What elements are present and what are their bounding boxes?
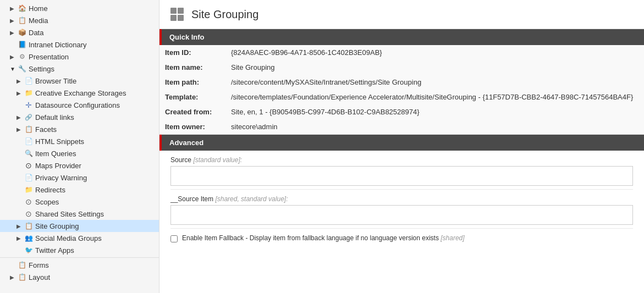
fallback-label-text: Enable Item Fallback - Display item from… (182, 234, 439, 242)
value-item-name: Site Grouping (225, 60, 644, 75)
maps-provider-icon: ⊙ (24, 161, 33, 170)
source-hint: [standard value]: (193, 156, 242, 164)
sidebar-item-shared-sites[interactable]: ▶ ⊙ Shared Sites Settings (0, 208, 159, 220)
svg-rect-2 (170, 15, 177, 21)
sidebar-item-redirects[interactable]: ▶ 📁 Redirects (0, 184, 159, 196)
sidebar-item-social-media[interactable]: ▶ 👥 Social Media Groups (0, 232, 159, 244)
sidebar-item-site-grouping[interactable]: ▶ 📋 Site Grouping (0, 220, 159, 232)
page-header: Site Grouping (159, 0, 644, 29)
svg-rect-1 (178, 8, 184, 14)
value-item-path: /sitecore/content/MySXASite/Intranet/Set… (225, 75, 644, 90)
creative-icon: 📁 (24, 89, 33, 97)
sidebar-item-default-links[interactable]: ▶ 🔗 Default links (0, 111, 159, 123)
html-snippets-icon: 📄 (24, 137, 33, 146)
presentation-icon: ⚙ (18, 52, 26, 61)
arrow-media: ▶ (10, 18, 16, 24)
arrow-home: ▶ (10, 5, 16, 12)
arrow-creative: ▶ (16, 90, 23, 96)
svg-rect-0 (170, 8, 177, 14)
sidebar-label-redirects: Redirects (35, 186, 65, 194)
home-icon: 🏠 (18, 4, 26, 13)
sidebar-label-creative-exchange: Creative Exchange Storages (35, 89, 126, 97)
media-icon: 📋 (18, 16, 26, 25)
source-item-hint: [shared, standard value]: (215, 195, 288, 203)
sidebar-item-item-queries[interactable]: ▶ 🔍 Item Queries (0, 147, 159, 159)
sidebar-label-shared-sites: Shared Sites Settings (35, 210, 104, 218)
arrow-settings: ▼ (10, 66, 16, 72)
arrow-default-links: ▶ (16, 114, 23, 120)
info-row-created-from: Created from: Site, en, 1 - {B90549B5-C9… (159, 104, 644, 119)
sidebar-item-settings[interactable]: ▼ 🔧 Settings (0, 63, 159, 75)
info-row-item-path: Item path: /sitecore/content/MySXASite/I… (159, 75, 644, 90)
main-content: Site Grouping Quick Info Item ID: {824A8… (159, 0, 644, 293)
quick-info-header: Quick Info (159, 29, 644, 45)
sidebar-label-scopes: Scopes (35, 198, 59, 206)
sidebar-item-maps-provider[interactable]: ▶ ⊙ Maps Provider (0, 159, 159, 172)
fallback-hint-text: [shared] (441, 234, 464, 242)
sidebar-item-privacy-warning[interactable]: ▶ 📄 Privacy Warning (0, 172, 159, 184)
label-template: Template: (159, 90, 225, 104)
sidebar-item-media[interactable]: ▶ 📋 Media (0, 14, 159, 26)
sidebar-item-forms[interactable]: ▶ 📋 Forms (0, 259, 159, 271)
page-title: Site Grouping (191, 8, 258, 21)
source-field-group: Source [standard value]: (159, 151, 644, 189)
value-template: /sitecore/templates/Foundation/Experienc… (225, 90, 644, 104)
arrow-presentation: ▶ (10, 54, 16, 60)
label-created-from: Created from: (159, 104, 225, 119)
source-item-input[interactable] (170, 205, 633, 225)
sidebar-item-browser-title[interactable]: ▶ 📄 Browser Title (0, 75, 159, 87)
value-item-owner: sitecore\admin (225, 119, 644, 134)
sidebar-label-home: Home (29, 4, 48, 13)
sidebar-item-presentation[interactable]: ▶ ⚙ Presentation (0, 51, 159, 63)
source-item-label: __Source Item [shared, standard value]: (170, 195, 633, 203)
sidebar-item-facets[interactable]: ▶ 📋 Facets (0, 123, 159, 135)
value-item-id: {824A8AEC-9B96-4A71-8506-1C402B3E09AB} (225, 45, 644, 60)
label-item-name: Item name: (159, 60, 225, 75)
sidebar-label-data: Data (29, 29, 43, 37)
sidebar-item-home[interactable]: ▶ 🏠 Home (0, 2, 159, 14)
advanced-section: Advanced Source [standard value]: __Sour… (159, 135, 644, 248)
twitter-apps-icon: 🐦 (24, 246, 33, 255)
arrow-browser-title: ▶ (16, 78, 23, 84)
layout-icon: 📋 (18, 273, 26, 281)
arrow-layout: ▶ (10, 274, 16, 280)
info-row-template: Template: /sitecore/templates/Foundation… (159, 90, 644, 104)
sidebar-item-scopes[interactable]: ▶ ⊙ Scopes (0, 196, 159, 208)
source-label-text: Source (170, 156, 191, 164)
dict-icon: 📘 (18, 40, 26, 49)
label-item-id: Item ID: (159, 45, 225, 60)
data-icon: 📦 (18, 28, 26, 37)
sidebar-item-datasource[interactable]: ▶ ✛ Datasource Configurations (0, 99, 159, 111)
svg-rect-3 (178, 15, 184, 21)
sidebar-item-creative-exchange[interactable]: ▶ 📁 Creative Exchange Storages (0, 87, 159, 99)
arrow-site-grouping: ▶ (16, 223, 23, 229)
quick-info-title: Quick Info (169, 33, 205, 41)
sidebar-item-twitter-apps[interactable]: ▶ 🐦 Twitter Apps (0, 244, 159, 256)
arrow-data: ▶ (10, 30, 16, 36)
browser-title-icon: 📄 (24, 76, 33, 85)
facets-icon: 📋 (24, 125, 33, 134)
advanced-title: Advanced (169, 139, 203, 147)
sidebar-label-layout: Layout (29, 273, 50, 281)
site-grouping-icon: 📋 (24, 222, 33, 230)
sidebar-item-layout[interactable]: ▶ 📋 Layout (0, 271, 159, 283)
sidebar-label-datasource: Datasource Configurations (35, 101, 120, 109)
fallback-checkbox[interactable] (170, 235, 178, 242)
quick-info-table: Item ID: {824A8AEC-9B96-4A71-8506-1C402B… (159, 45, 644, 134)
sidebar-label-maps-provider: Maps Provider (35, 162, 81, 170)
sidebar-item-html-snippets[interactable]: ▶ 📄 HTML Snippets (0, 135, 159, 147)
sidebar-label-twitter-apps: Twitter Apps (35, 246, 74, 255)
source-input[interactable] (170, 166, 633, 186)
sidebar-label-settings: Settings (29, 65, 54, 73)
sidebar-label-forms: Forms (29, 261, 49, 269)
sidebar-item-intranet-dict[interactable]: ▶ 📘 Intranet Dictionary (0, 38, 159, 51)
default-links-icon: 🔗 (24, 113, 33, 121)
sidebar-divider (0, 257, 159, 258)
site-grouping-page-icon (169, 7, 185, 22)
label-item-path: Item path: (159, 75, 225, 90)
arrow-facets: ▶ (16, 126, 23, 132)
quick-info-section: Quick Info Item ID: {824A8AEC-9B96-4A71-… (159, 29, 644, 135)
shared-sites-icon: ⊙ (24, 209, 33, 218)
sidebar-item-data[interactable]: ▶ 📦 Data (0, 26, 159, 38)
sidebar-label-item-queries: Item Queries (35, 150, 76, 158)
